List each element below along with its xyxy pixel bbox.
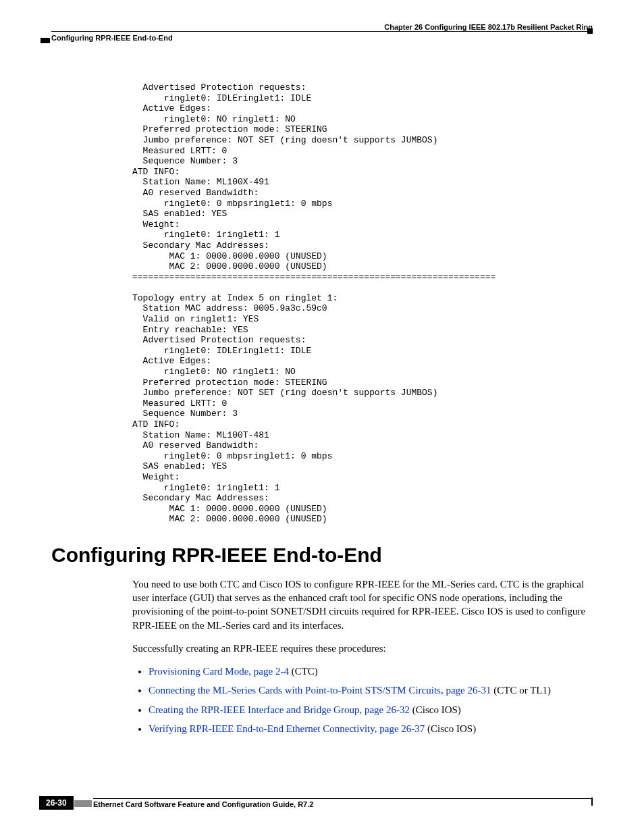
list-item: Creating the RPR-IEEE Interface and Brid…: [149, 703, 593, 716]
xref-link[interactable]: Provisioning Card Mode, page 2-4: [149, 666, 289, 677]
procedure-list: Provisioning Card Mode, page 2-4 (CTC) C…: [132, 664, 593, 735]
section-heading: Configuring RPR-IEEE End-to-End: [51, 544, 593, 567]
xref-link[interactable]: Creating the RPR-IEEE Interface and Brid…: [149, 704, 410, 715]
page-footer: Ethernet Card Software Feature and Confi…: [39, 798, 593, 808]
lead-in-paragraph: Successfully creating an RPR-IEEE requir…: [132, 642, 593, 655]
running-section: Configuring RPR-IEEE End-to-End: [51, 34, 593, 42]
header-left-marker: [41, 38, 50, 43]
header-rule: [51, 31, 593, 32]
footer-title: Ethernet Card Software Feature and Confi…: [93, 800, 593, 808]
footer-rule: [93, 798, 593, 799]
intro-paragraph: You need to use both CTC and Cisco IOS t…: [132, 577, 593, 632]
xref-link[interactable]: Connecting the ML-Series Cards with Poin…: [149, 685, 491, 696]
list-suffix: (CTC or TL1): [491, 685, 550, 696]
list-item: Provisioning Card Mode, page 2-4 (CTC): [149, 664, 593, 678]
chapter-title: Chapter 26 Configuring IEEE 802.17b Resi…: [51, 23, 593, 31]
list-suffix: (CTC): [289, 666, 318, 677]
xref-link[interactable]: Verifying RPR-IEEE End-to-End Ethernet C…: [149, 723, 425, 734]
list-item: Verifying RPR-IEEE End-to-End Ethernet C…: [149, 722, 593, 735]
page-number: 26-30: [39, 796, 74, 810]
list-suffix: (Cisco IOS): [425, 723, 476, 734]
list-item: Connecting the ML-Series Cards with Poin…: [149, 683, 593, 697]
page-number-tail: [74, 800, 92, 807]
terminal-output: Advertised Protection requests: ringlet0…: [132, 82, 593, 525]
list-suffix: (Cisco IOS): [410, 704, 461, 715]
